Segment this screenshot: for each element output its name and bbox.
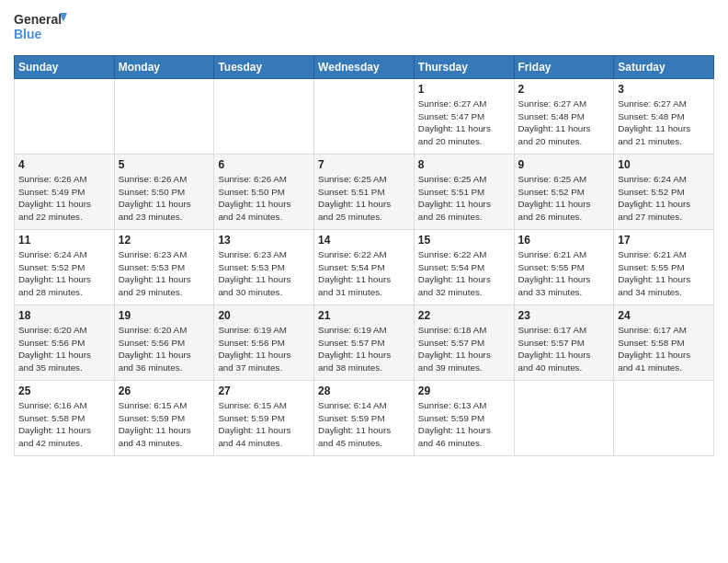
calendar-cell: [114, 79, 214, 155]
calendar-cell: [614, 381, 714, 456]
calendar-week-3: 11Sunrise: 6:24 AM Sunset: 5:52 PM Dayli…: [15, 230, 714, 305]
day-number: 8: [418, 158, 510, 171]
day-number: 6: [218, 158, 310, 171]
day-info: Sunrise: 6:26 AM Sunset: 5:49 PM Dayligh…: [18, 173, 110, 224]
calendar-week-1: 1Sunrise: 6:27 AM Sunset: 5:47 PM Daylig…: [15, 79, 714, 155]
day-number: 26: [119, 385, 210, 397]
day-info: Sunrise: 6:25 AM Sunset: 5:51 PM Dayligh…: [418, 173, 510, 224]
day-number: 27: [218, 385, 310, 397]
day-info: Sunrise: 6:27 AM Sunset: 5:48 PM Dayligh…: [618, 98, 710, 148]
day-number: 1: [418, 83, 510, 96]
day-info: Sunrise: 6:16 AM Sunset: 5:58 PM Dayligh…: [18, 399, 110, 450]
calendar-week-2: 4Sunrise: 6:26 AM Sunset: 5:49 PM Daylig…: [15, 155, 714, 230]
header: General Blue: [14, 9, 714, 48]
day-info: Sunrise: 6:22 AM Sunset: 5:54 PM Dayligh…: [418, 248, 510, 299]
weekday-header-tuesday: Tuesday: [214, 56, 314, 79]
calendar-cell: 18Sunrise: 6:20 AM Sunset: 5:56 PM Dayli…: [15, 305, 115, 381]
day-number: 14: [318, 234, 410, 247]
calendar-cell: 3Sunrise: 6:27 AM Sunset: 5:48 PM Daylig…: [614, 79, 714, 155]
calendar-cell: 27Sunrise: 6:15 AM Sunset: 5:59 PM Dayli…: [214, 381, 314, 456]
day-number: 10: [618, 158, 710, 171]
calendar-cell: 7Sunrise: 6:25 AM Sunset: 5:51 PM Daylig…: [314, 155, 415, 230]
day-info: Sunrise: 6:27 AM Sunset: 5:47 PM Dayligh…: [418, 98, 510, 148]
calendar-cell: 21Sunrise: 6:19 AM Sunset: 5:57 PM Dayli…: [314, 305, 415, 381]
day-info: Sunrise: 6:25 AM Sunset: 5:51 PM Dayligh…: [318, 173, 410, 224]
day-number: 17: [618, 234, 710, 247]
day-number: 24: [618, 309, 710, 322]
calendar-cell: 20Sunrise: 6:19 AM Sunset: 5:56 PM Dayli…: [214, 305, 314, 381]
day-info: Sunrise: 6:15 AM Sunset: 5:59 PM Dayligh…: [218, 399, 310, 450]
calendar-cell: 14Sunrise: 6:22 AM Sunset: 5:54 PM Dayli…: [314, 230, 415, 305]
day-number: 28: [318, 385, 410, 397]
calendar-cell: 2Sunrise: 6:27 AM Sunset: 5:48 PM Daylig…: [514, 79, 614, 155]
page: General Blue SundayMondayTuesdayWednesda…: [0, 0, 728, 563]
day-info: Sunrise: 6:22 AM Sunset: 5:54 PM Dayligh…: [318, 248, 410, 299]
calendar-cell: 5Sunrise: 6:26 AM Sunset: 5:50 PM Daylig…: [114, 155, 214, 230]
svg-text:General: General: [14, 12, 62, 27]
calendar-cell: 8Sunrise: 6:25 AM Sunset: 5:51 PM Daylig…: [414, 155, 514, 230]
day-number: 5: [119, 158, 210, 171]
calendar-cell: 13Sunrise: 6:23 AM Sunset: 5:53 PM Dayli…: [214, 230, 314, 305]
day-info: Sunrise: 6:25 AM Sunset: 5:52 PM Dayligh…: [518, 173, 610, 224]
day-info: Sunrise: 6:23 AM Sunset: 5:53 PM Dayligh…: [218, 248, 310, 299]
day-number: 20: [218, 309, 310, 322]
calendar-header: SundayMondayTuesdayWednesdayThursdayFrid…: [15, 56, 714, 79]
calendar-cell: 28Sunrise: 6:14 AM Sunset: 5:59 PM Dayli…: [314, 381, 415, 456]
day-number: 15: [418, 234, 510, 247]
day-info: Sunrise: 6:26 AM Sunset: 5:50 PM Dayligh…: [119, 173, 210, 224]
weekday-header-saturday: Saturday: [614, 56, 714, 79]
day-info: Sunrise: 6:15 AM Sunset: 5:59 PM Dayligh…: [119, 399, 210, 450]
calendar-cell: [514, 381, 614, 456]
calendar-cell: 24Sunrise: 6:17 AM Sunset: 5:58 PM Dayli…: [614, 305, 714, 381]
calendar-cell: 29Sunrise: 6:13 AM Sunset: 5:59 PM Dayli…: [414, 381, 514, 456]
day-number: 12: [119, 234, 210, 247]
day-number: 3: [618, 83, 710, 96]
generalblue-logo: General Blue: [14, 9, 69, 48]
weekday-header-wednesday: Wednesday: [314, 56, 415, 79]
day-number: 21: [318, 309, 410, 322]
logo: General Blue: [14, 9, 69, 48]
calendar-cell: 23Sunrise: 6:17 AM Sunset: 5:57 PM Dayli…: [514, 305, 614, 381]
weekday-header-sunday: Sunday: [15, 56, 115, 79]
calendar-cell: 16Sunrise: 6:21 AM Sunset: 5:55 PM Dayli…: [514, 230, 614, 305]
day-info: Sunrise: 6:27 AM Sunset: 5:48 PM Dayligh…: [518, 98, 610, 148]
day-info: Sunrise: 6:24 AM Sunset: 5:52 PM Dayligh…: [618, 173, 710, 224]
weekday-header-friday: Friday: [514, 56, 614, 79]
day-number: 19: [119, 309, 210, 322]
day-number: 29: [418, 385, 510, 397]
calendar-cell: [214, 79, 314, 155]
calendar-cell: 10Sunrise: 6:24 AM Sunset: 5:52 PM Dayli…: [614, 155, 714, 230]
calendar-cell: 26Sunrise: 6:15 AM Sunset: 5:59 PM Dayli…: [114, 381, 214, 456]
calendar-week-5: 25Sunrise: 6:16 AM Sunset: 5:58 PM Dayli…: [15, 381, 714, 456]
calendar-cell: 15Sunrise: 6:22 AM Sunset: 5:54 PM Dayli…: [414, 230, 514, 305]
day-info: Sunrise: 6:18 AM Sunset: 5:57 PM Dayligh…: [418, 324, 510, 374]
day-info: Sunrise: 6:23 AM Sunset: 5:53 PM Dayligh…: [119, 248, 210, 299]
calendar-cell: 17Sunrise: 6:21 AM Sunset: 5:55 PM Dayli…: [614, 230, 714, 305]
day-info: Sunrise: 6:14 AM Sunset: 5:59 PM Dayligh…: [318, 399, 410, 450]
weekday-header-thursday: Thursday: [414, 56, 514, 79]
svg-text:Blue: Blue: [14, 27, 42, 41]
day-info: Sunrise: 6:21 AM Sunset: 5:55 PM Dayligh…: [618, 248, 710, 299]
weekday-header-row: SundayMondayTuesdayWednesdayThursdayFrid…: [15, 56, 714, 79]
day-number: 11: [18, 234, 110, 247]
day-number: 25: [18, 385, 110, 397]
day-number: 16: [518, 234, 610, 247]
calendar-cell: [314, 79, 415, 155]
day-number: 7: [318, 158, 410, 171]
day-number: 18: [18, 309, 110, 322]
calendar-cell: 12Sunrise: 6:23 AM Sunset: 5:53 PM Dayli…: [114, 230, 214, 305]
calendar-cell: 22Sunrise: 6:18 AM Sunset: 5:57 PM Dayli…: [414, 305, 514, 381]
calendar-cell: 6Sunrise: 6:26 AM Sunset: 5:50 PM Daylig…: [214, 155, 314, 230]
day-info: Sunrise: 6:26 AM Sunset: 5:50 PM Dayligh…: [218, 173, 310, 224]
calendar-week-4: 18Sunrise: 6:20 AM Sunset: 5:56 PM Dayli…: [15, 305, 714, 381]
day-number: 22: [418, 309, 510, 322]
day-number: 2: [518, 83, 610, 96]
day-info: Sunrise: 6:17 AM Sunset: 5:58 PM Dayligh…: [618, 324, 710, 374]
calendar-cell: 25Sunrise: 6:16 AM Sunset: 5:58 PM Dayli…: [15, 381, 115, 456]
day-number: 9: [518, 158, 610, 171]
day-info: Sunrise: 6:20 AM Sunset: 5:56 PM Dayligh…: [119, 324, 210, 374]
day-info: Sunrise: 6:21 AM Sunset: 5:55 PM Dayligh…: [518, 248, 610, 299]
day-info: Sunrise: 6:13 AM Sunset: 5:59 PM Dayligh…: [418, 399, 510, 450]
day-number: 23: [518, 309, 610, 322]
calendar-cell: 4Sunrise: 6:26 AM Sunset: 5:49 PM Daylig…: [15, 155, 115, 230]
